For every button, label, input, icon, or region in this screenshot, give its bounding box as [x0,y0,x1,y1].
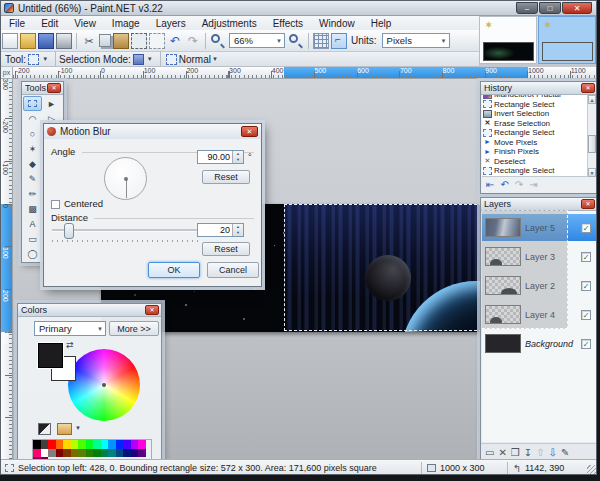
history-scrollbar[interactable]: ▲ ▼ [587,95,596,177]
zoom-out-icon[interactable] [210,33,226,49]
palette-swatch[interactable] [41,440,49,449]
undo-icon[interactable]: ↶ [500,179,508,190]
ok-button[interactable]: OK [148,262,200,278]
more-button[interactable]: More >> [109,321,159,336]
menu-adjustments[interactable]: Adjustments [194,18,265,29]
tool-ellipse[interactable]: ◯ [23,246,42,261]
centered-checkbox[interactable] [51,200,60,209]
menu-effects[interactable]: Effects [265,18,311,29]
layer-row-layer4[interactable]: Layer 4 ✓ [482,301,596,328]
palette-swatch[interactable] [123,449,131,458]
primary-color-swatch[interactable] [38,343,63,368]
distance-slider-track[interactable] [52,229,200,232]
palette-swatch[interactable] [33,449,41,458]
flood-mode-value[interactable]: Normal [179,54,211,65]
menu-edit[interactable]: Edit [33,18,66,29]
palette-swatch[interactable] [131,449,139,458]
history-item[interactable]: Invert Selection [482,109,596,119]
palette-swatch[interactable] [116,440,124,449]
history-item[interactable]: ✕Erase Selection [482,119,596,129]
zoom-combo[interactable]: 66%▼ [229,33,285,48]
palette-swatch[interactable] [56,440,64,449]
layer-visible-checkbox[interactable]: ✓ [581,281,591,291]
close-button[interactable]: ✕ [562,2,592,14]
history-item[interactable]: ✕Deselect [482,157,596,167]
crop-icon[interactable] [131,33,147,49]
menu-image[interactable]: Image [104,18,148,29]
tools-panel-title[interactable]: Tools ✕ [22,82,63,95]
rewind-icon[interactable]: ⇤ [486,179,494,190]
layer-row-background[interactable]: Background ✓ [482,330,596,357]
cut-icon[interactable]: ✂ [81,33,97,49]
history-item[interactable]: ►Finish Pixels [482,147,596,157]
palette-swatch[interactable] [48,449,56,458]
add-layer-icon[interactable]: ▭ [485,447,494,458]
tool-ellipse-select[interactable]: ○ [23,126,42,141]
palette-swatch[interactable] [41,449,49,458]
close-icon[interactable]: ✕ [581,83,595,93]
close-icon[interactable]: ✕ [581,199,595,209]
tool-paintbrush[interactable]: ✎ [23,171,42,186]
save-icon[interactable] [38,33,54,49]
menu-layers[interactable]: Layers [148,18,194,29]
minimize-button[interactable]: – [516,2,538,14]
history-item[interactable]: Rectangle Select [482,166,596,176]
spinner-arrows-icon[interactable]: ▲▼ [232,224,243,236]
flood-mode-icon[interactable] [166,54,177,65]
palette-swatch[interactable] [86,440,94,449]
history-panel-title[interactable]: History ✕ [481,82,597,95]
history-item[interactable]: Rectangle Select [482,100,596,110]
palette-swatch[interactable] [78,440,86,449]
delete-layer-icon[interactable]: ✕ [498,447,506,458]
horizontal-ruler[interactable]: -200-10001002003004005006007008009001000… [13,67,597,79]
open-file-icon[interactable] [20,33,36,49]
layers-panel-title[interactable]: Layers ✕ [481,198,597,211]
palette-swatch[interactable] [78,449,86,458]
palette-swatch[interactable] [93,440,101,449]
move-layer-down-icon[interactable]: ⇩ [549,447,557,458]
palette-swatch[interactable] [33,440,41,449]
palette-swatch[interactable] [131,440,139,449]
chevron-down-icon[interactable]: ▼ [212,56,218,62]
layer-visible-checkbox[interactable]: ✓ [581,223,591,233]
resize-grip[interactable] [587,465,596,474]
tool-rectangle[interactable]: ▭ [23,231,42,246]
palette-swatch[interactable] [108,440,116,449]
palette-swatch[interactable] [86,449,94,458]
angle-reset-button[interactable]: Reset [202,170,250,184]
color-wheel[interactable] [68,349,140,421]
layer-row-layer5[interactable]: Layer 5 ✓ [482,214,596,241]
colors-panel-title[interactable]: Colors ✕ [18,304,161,317]
tool-pencil[interactable]: ✏ [23,186,42,201]
vertical-ruler[interactable]: -300-200-1000100200300 [1,79,13,459]
tool-text[interactable]: A [23,216,42,231]
maximize-button[interactable]: □ [539,2,561,14]
distance-slider-thumb[interactable] [64,223,74,239]
active-tool-icon[interactable] [28,54,39,65]
fast-forward-icon[interactable]: ⇥ [529,179,537,190]
selection-mode-icon[interactable] [133,54,144,65]
history-item[interactable]: Rectangle Select [482,128,596,138]
angle-dial[interactable] [104,157,147,200]
print-icon[interactable] [56,33,72,49]
angle-input[interactable]: 90.00 ▲▼ [197,150,244,164]
image-tab-1[interactable]: ✶ [479,16,537,64]
chevron-down-icon[interactable]: ▼ [42,56,48,62]
copy-icon[interactable] [99,34,111,47]
distance-reset-button[interactable]: Reset [202,242,250,256]
menu-file[interactable]: File [1,18,33,29]
new-file-icon[interactable] [2,33,18,49]
palette-swatch[interactable] [63,449,71,458]
tool-paint-bucket[interactable]: ◆ [23,156,42,171]
palette-swatch[interactable] [108,449,116,458]
swap-colors-icon[interactable]: ⇄ [66,340,74,350]
tool-move-pixels[interactable]: ► [42,96,61,111]
layer-row-layer2[interactable]: Layer 2 ✓ [482,272,596,299]
merge-down-icon[interactable]: ↧ [524,447,532,458]
menu-window[interactable]: Window [311,18,363,29]
chevron-down-icon[interactable]: ▼ [75,425,81,431]
close-icon[interactable]: ✕ [145,305,159,315]
close-icon[interactable]: ✕ [241,126,258,137]
move-layer-up-icon[interactable]: ⇧ [536,447,544,458]
palette-menu-icon[interactable] [57,423,72,435]
